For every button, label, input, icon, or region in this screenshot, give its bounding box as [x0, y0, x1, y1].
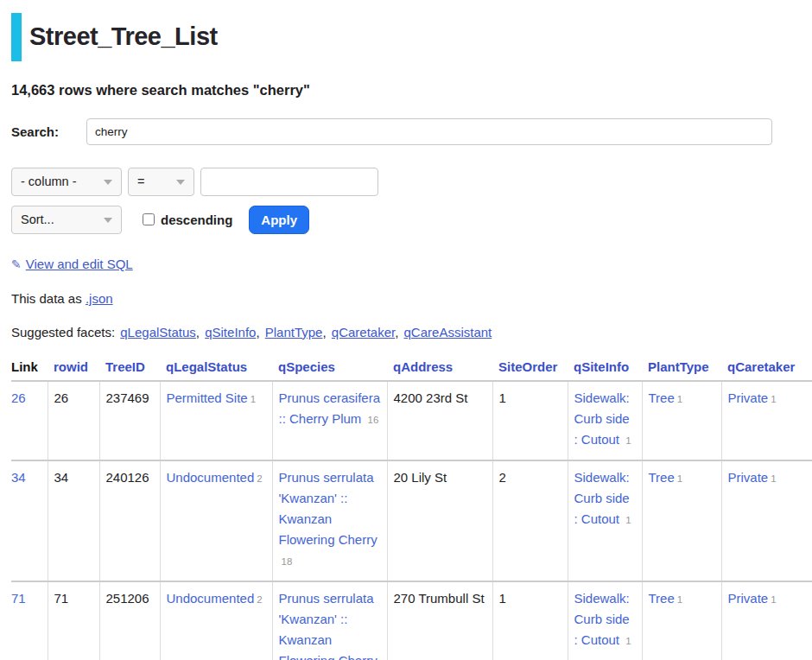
table-row: 26 26 237469 Permitted Site1 Prunus cera…	[11, 381, 812, 460]
search-label: Search:	[11, 118, 86, 139]
rowid-cell: 34	[48, 460, 99, 581]
facet-count: 1	[771, 594, 776, 605]
site-order-cell: 1	[492, 581, 568, 660]
row-link-cell: 26	[11, 381, 48, 460]
apply-button[interactable]: Apply	[249, 206, 309, 234]
view-edit-sql-link[interactable]: View and edit SQL	[26, 257, 133, 271]
caretaker-cell: Private1	[721, 581, 812, 660]
facet-link-qcareassistant[interactable]: qCareAssistant	[404, 325, 492, 340]
facet-count: 18	[282, 556, 293, 567]
table-row: 71 71 251206 Undocumented2 Prunus serrul…	[11, 581, 812, 660]
facet-link-qsiteinfo[interactable]: qSiteInfo	[205, 325, 256, 340]
column-header-qcaretaker-link[interactable]: qCaretaker	[727, 359, 795, 374]
row-link[interactable]: 26	[11, 390, 26, 405]
address-cell: 20 Lily St	[387, 460, 492, 581]
address-cell: 270 Trumbull St	[387, 581, 492, 660]
plant-type-link[interactable]: Tree	[649, 390, 675, 405]
caretaker-link[interactable]: Private	[728, 470, 769, 485]
species-link[interactable]: Prunus cerasifera :: Cherry Plum	[279, 390, 381, 426]
facet-separator: ,	[322, 325, 326, 340]
legal-status-link[interactable]: Undocumented	[167, 470, 255, 485]
plant-type-cell: Tree1	[642, 381, 721, 460]
facet-count: 1	[771, 394, 776, 404]
column-header-treeid[interactable]: TreeID	[99, 358, 160, 381]
legal-status-link[interactable]: Undocumented	[167, 591, 255, 606]
filter-value-input[interactable]	[200, 168, 378, 196]
caretaker-link[interactable]: Private	[728, 390, 769, 405]
species-cell: Prunus serrulata 'Kwanzan' :: Kwanzan Fl…	[272, 581, 387, 660]
column-header-qspecies[interactable]: qSpecies	[272, 358, 387, 381]
facet-count: 1	[677, 594, 682, 605]
legal-status-link[interactable]: Permitted Site	[167, 390, 248, 405]
plant-type-link[interactable]: Tree	[649, 591, 675, 606]
column-header-planttype[interactable]: PlantType	[642, 358, 721, 381]
column-header-qsiteinfo[interactable]: qSiteInfo	[568, 358, 642, 381]
plant-type-cell: Tree1	[642, 581, 721, 660]
site-info-link[interactable]: Sidewalk: Curb side : Cutout	[574, 591, 630, 647]
column-header-qspecies-link[interactable]: qSpecies	[278, 359, 335, 374]
facet-link-qlegalstatus[interactable]: qLegalStatus	[120, 325, 196, 340]
facet-count: 1	[625, 636, 631, 646]
site-info-cell: Sidewalk: Curb side : Cutout 1	[568, 460, 642, 581]
legal-status-cell: Permitted Site1	[160, 381, 272, 460]
page-title: Street_Tree_List	[11, 13, 812, 61]
facet-separator: ,	[256, 325, 259, 340]
results-table: Link rowid TreeID qLegalStatus qSpecies …	[11, 358, 812, 660]
facet-separator: ,	[196, 325, 200, 340]
row-link[interactable]: 34	[11, 470, 26, 485]
data-as-row: This data as .json	[11, 291, 812, 306]
column-header-siteorder-link[interactable]: SiteOrder	[498, 359, 557, 374]
filter-column-select[interactable]: - column -	[11, 168, 122, 196]
site-info-link[interactable]: Sidewalk: Curb side : Cutout	[574, 390, 630, 447]
species-cell: Prunus cerasifera :: Cherry Plum 16	[272, 381, 387, 460]
column-header-planttype-link[interactable]: PlantType	[648, 359, 709, 374]
sort-select[interactable]: Sort...	[11, 206, 122, 234]
facet-count: 16	[368, 415, 379, 425]
column-header-siteorder[interactable]: SiteOrder	[492, 358, 568, 381]
pencil-icon: ✎	[11, 257, 22, 271]
sql-link-row: ✎View and edit SQL	[11, 257, 812, 271]
column-header-treeid-link[interactable]: TreeID	[105, 359, 145, 374]
caretaker-link[interactable]: Private	[728, 591, 769, 606]
facet-count: 2	[257, 594, 262, 605]
json-link[interactable]: .json	[86, 291, 113, 306]
descending-checkbox[interactable]	[143, 213, 155, 225]
species-link[interactable]: Prunus serrulata 'Kwanzan' :: Kwanzan Fl…	[279, 470, 377, 547]
column-header-qlegalstatus-link[interactable]: qLegalStatus	[166, 359, 247, 374]
column-header-qaddress[interactable]: qAddress	[387, 358, 492, 381]
facet-link-planttype[interactable]: PlantType	[265, 325, 323, 340]
sort-controls: Sort... descending Apply	[11, 206, 812, 234]
facet-count: 2	[257, 473, 262, 484]
column-header-rowid-link[interactable]: rowid	[54, 359, 88, 374]
facet-count: 1	[251, 394, 256, 404]
site-order-cell: 1	[492, 381, 568, 460]
search-form: Search:	[11, 118, 812, 145]
treeid-cell: 240126	[99, 460, 160, 581]
facet-link-qcaretaker[interactable]: qCaretaker	[332, 325, 395, 340]
descending-label: descending	[161, 213, 232, 227]
legal-status-cell: Undocumented2	[160, 581, 272, 660]
table-row: 34 34 240126 Undocumented2 Prunus serrul…	[11, 460, 812, 581]
species-cell: Prunus serrulata 'Kwanzan' :: Kwanzan Fl…	[272, 460, 387, 581]
column-header-qsiteinfo-link[interactable]: qSiteInfo	[574, 359, 629, 374]
column-header-qaddress-link[interactable]: qAddress	[393, 359, 453, 374]
data-as-prefix: This data as	[11, 291, 82, 306]
site-info-link[interactable]: Sidewalk: Curb side : Cutout	[574, 470, 630, 526]
facet-count: 1	[771, 473, 776, 484]
table-header-row: Link rowid TreeID qLegalStatus qSpecies …	[11, 358, 812, 381]
caretaker-cell: Private1	[721, 460, 812, 581]
search-input[interactable]	[86, 118, 772, 145]
row-link[interactable]: 71	[11, 591, 26, 606]
column-header-qcaretaker[interactable]: qCaretaker	[721, 358, 812, 381]
treeid-cell: 237469	[99, 381, 160, 460]
column-header-qlegalstatus[interactable]: qLegalStatus	[160, 358, 272, 381]
filter-operator-select[interactable]: =	[128, 168, 194, 196]
row-count-text: 14,663 rows where search matches "cherry…	[11, 82, 812, 98]
treeid-cell: 251206	[99, 581, 160, 660]
plant-type-link[interactable]: Tree	[649, 470, 675, 485]
column-header-rowid[interactable]: rowid	[48, 358, 99, 381]
row-link-cell: 34	[11, 460, 48, 581]
filter-controls: - column - =	[11, 168, 812, 196]
facet-separator: ,	[395, 325, 398, 340]
species-link[interactable]: Prunus serrulata 'Kwanzan' :: Kwanzan Fl…	[279, 591, 377, 660]
